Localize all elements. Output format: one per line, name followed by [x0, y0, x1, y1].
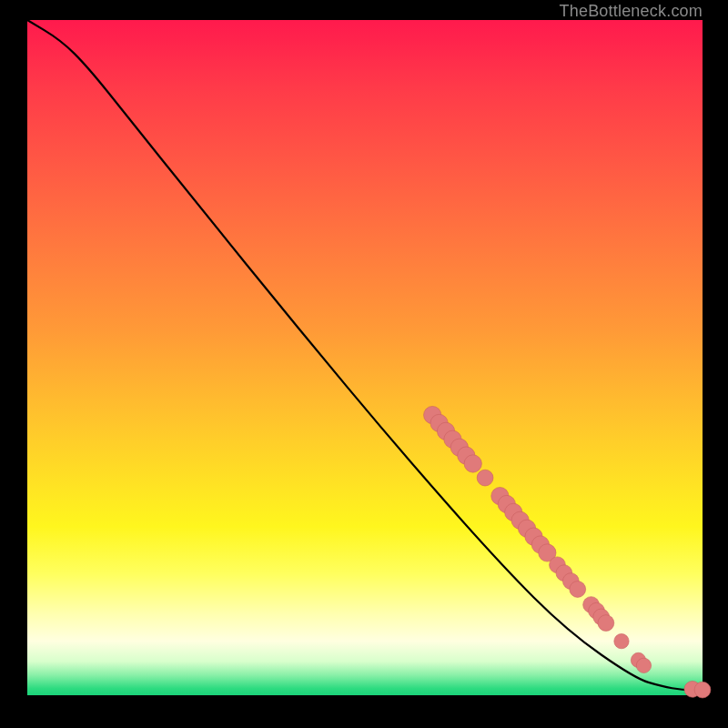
data-point: [477, 470, 493, 486]
data-points: [424, 406, 711, 698]
data-point: [694, 682, 711, 698]
data-point: [598, 615, 614, 632]
chart-stage: TheBottleneck.com: [0, 0, 728, 728]
data-point: [636, 658, 651, 672]
data-point: [614, 633, 629, 648]
watermark-text: TheBottleneck.com: [560, 2, 703, 21]
curve-layer: [27, 20, 703, 695]
bottleneck-curve: [27, 20, 703, 691]
gradient-plot-area: [27, 20, 703, 695]
data-point: [570, 581, 586, 598]
data-point: [464, 455, 481, 472]
